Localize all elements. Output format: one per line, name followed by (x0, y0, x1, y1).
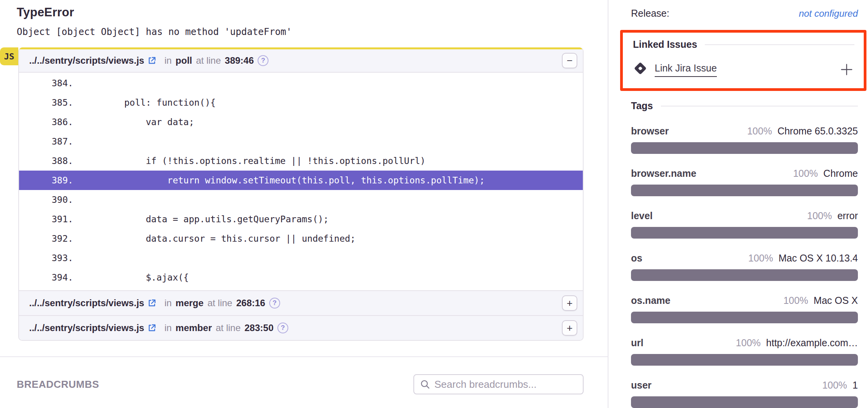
code-line-text: data.cursor = this.cursor || undefined; (81, 229, 356, 248)
code-line: 390. (19, 190, 583, 209)
expand-frame-button[interactable]: + (562, 295, 577, 311)
tag-value-link[interactable]: http://example.com… (766, 337, 858, 349)
frame-path: ../../sentry/scripts/views.js (29, 323, 144, 333)
collapse-frame-button[interactable]: − (562, 53, 577, 68)
tag-value-link[interactable]: error (837, 210, 858, 221)
frame-path: ../../sentry/scripts/views.js (29, 298, 144, 309)
code-line: 388. if (!this.options.realtime || !this… (19, 151, 583, 171)
tag-percent: 100% (736, 337, 761, 349)
search-icon (420, 379, 431, 390)
code-line: 394. $.ajax({ (19, 268, 583, 287)
stack-frame-expanded: ../../sentry/scripts/views.js in poll at… (19, 49, 583, 290)
code-line-number: 389. (19, 171, 81, 190)
frame-header-poll[interactable]: ../../sentry/scripts/views.js in poll at… (19, 49, 583, 73)
exception-message: Object [object Object] has no method 'up… (17, 26, 608, 37)
tag-row: browser 100% Chrome 65.0.3325 (631, 126, 858, 154)
external-link-icon[interactable] (147, 298, 157, 308)
code-line-number: 393. (19, 248, 81, 268)
tag-key-link[interactable]: url (631, 337, 643, 349)
help-icon[interactable]: ? (258, 55, 268, 66)
tag-value-link[interactable]: Mac OS X (814, 295, 858, 306)
tag-key-link[interactable]: browser (631, 126, 669, 137)
jira-icon (633, 61, 648, 78)
code-line-text: return window.setTimeout(this.poll, this… (81, 171, 485, 190)
tag-value-link[interactable]: 1 (852, 380, 858, 391)
tag-value-link[interactable]: Chrome (823, 168, 858, 179)
tag-value-link[interactable]: Mac OS X 10.13.4 (779, 253, 858, 264)
frame-header-merge[interactable]: ../../sentry/scripts/views.js in merge a… (19, 290, 583, 315)
breadcrumbs-section: BREADCRUMBS (0, 357, 608, 394)
release-not-configured-link[interactable]: not configured (799, 8, 858, 19)
code-line-number: 391. (19, 209, 81, 229)
tag-key-link[interactable]: user (631, 380, 652, 391)
tags-section: Tags browser 100% Chrome 65.0.3325 (631, 100, 858, 408)
tag-row: browser.name 100% Chrome (631, 168, 858, 196)
release-label: Release: (631, 8, 669, 19)
link-jira-issue-row: Link Jira Issue (633, 61, 854, 78)
tag-key-link[interactable]: os.name (631, 295, 670, 306)
tag-row: url 100% http://example.com… (631, 337, 858, 366)
tag-key-link[interactable]: os (631, 253, 642, 264)
code-line-number: 390. (19, 190, 81, 209)
code-line: 386. var data; (19, 112, 583, 132)
tag-value-link[interactable]: Chrome 65.0.3325 (777, 126, 858, 137)
stack-frame-collapsed: ../../sentry/scripts/views.js in member … (19, 315, 583, 340)
frame-function: member (176, 323, 212, 333)
frame-in-label: in (164, 298, 172, 309)
help-icon[interactable]: ? (269, 298, 280, 309)
add-linked-issue-button[interactable] (839, 62, 854, 77)
frame-header-member[interactable]: ../../sentry/scripts/views.js in member … (19, 315, 583, 340)
frame-function: merge (176, 298, 204, 309)
link-jira-issue-link[interactable]: Link Jira Issue (655, 63, 717, 77)
tag-percent: 100% (747, 126, 772, 137)
code-line: 392. data.cursor = this.cursor || undefi… (19, 229, 583, 248)
tag-distribution-bar (631, 185, 858, 196)
code-line: 387. (19, 132, 583, 151)
tag-key-link[interactable]: browser.name (631, 168, 696, 179)
code-line-number: 386. (19, 112, 81, 132)
expand-frame-button[interactable]: + (562, 320, 577, 336)
tag-distribution-bar (631, 354, 858, 366)
code-line: 384. (19, 73, 583, 93)
tag-percent: 100% (807, 210, 832, 221)
tag-distribution-bar (631, 142, 858, 154)
code-line-text: poll: function(){ (81, 93, 216, 112)
release-row: Release: not configured (631, 8, 858, 19)
code-line: 389. return window.setTimeout(this.poll,… (19, 171, 583, 190)
stacktrace: JS ../../sentry/scripts/views.js in poll (18, 47, 584, 341)
issue-detail-page: TypeError Object [object Object] has no … (0, 0, 868, 408)
code-line-text: data = app.utils.getQueryParams(); (81, 209, 329, 229)
source-code-context: 384. 385. poll: function(){ 386. (19, 73, 583, 290)
code-line-number: 388. (19, 151, 81, 171)
code-line-text: $.ajax({ (81, 268, 189, 287)
external-link-icon[interactable] (147, 323, 157, 333)
frame-line-number: 283:50 (244, 323, 274, 333)
frame-in-label: in (164, 323, 172, 333)
tag-key-link[interactable]: level (631, 210, 653, 221)
linked-issues-highlight-box: Linked Issues Link Jira Issue (620, 30, 866, 91)
breadcrumbs-search[interactable] (413, 374, 584, 394)
frame-line-number: 268:16 (236, 298, 265, 309)
search-breadcrumbs-input[interactable] (434, 378, 577, 391)
code-line-number: 384. (19, 73, 81, 93)
frame-in-label: in (164, 55, 172, 66)
tag-distribution-bar (631, 227, 858, 239)
tags-list: browser 100% Chrome 65.0.3325 browser.na… (631, 126, 858, 408)
heading-rule (705, 44, 854, 45)
tag-percent: 100% (822, 380, 847, 391)
frame-atline-label: at line (216, 323, 241, 333)
code-line-number: 387. (19, 132, 81, 151)
exception-type-title: TypeError (17, 5, 608, 19)
frame-atline-label: at line (207, 298, 232, 309)
code-line-number: 394. (19, 268, 81, 287)
code-line: 393. (19, 248, 583, 268)
code-line-number: 392. (19, 229, 81, 248)
tag-percent: 100% (783, 295, 808, 306)
tag-row: os 100% Mac OS X 10.13.4 (631, 253, 858, 281)
tag-row: os.name 100% Mac OS X (631, 295, 858, 323)
tag-distribution-bar (631, 312, 858, 323)
frame-path: ../../sentry/scripts/views.js (29, 55, 144, 66)
external-link-icon[interactable] (147, 56, 157, 65)
help-icon[interactable]: ? (277, 323, 288, 333)
code-line-text: var data; (81, 112, 194, 132)
